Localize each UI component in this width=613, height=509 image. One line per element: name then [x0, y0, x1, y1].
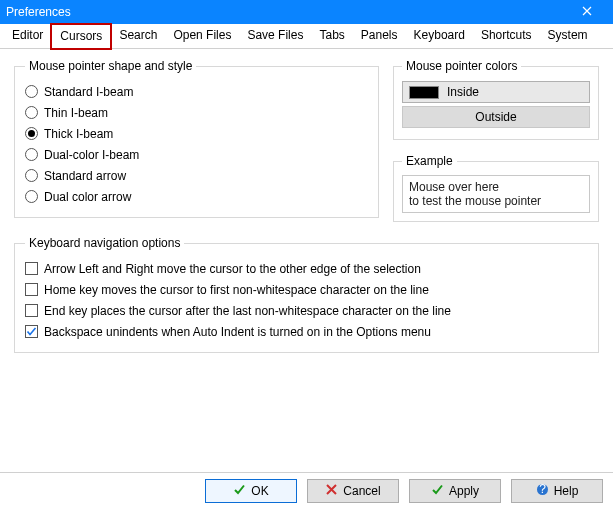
cancel-icon: [325, 483, 338, 499]
checkbox-icon: [25, 325, 38, 338]
help-button[interactable]: ? Help: [511, 479, 603, 503]
tab-editor[interactable]: Editor: [4, 24, 51, 49]
window-title: Preferences: [6, 5, 71, 19]
tab-open-files[interactable]: Open Files: [165, 24, 239, 49]
checkbox-icon: [25, 283, 38, 296]
checkbox-icon: [25, 262, 38, 275]
check-label: Backspace unindents when Auto Indent is …: [44, 325, 431, 339]
tab-shortcuts[interactable]: Shortcuts: [473, 24, 540, 49]
check-icon: [431, 483, 444, 499]
radio-label: Dual color arrow: [44, 190, 131, 204]
button-bar: OK Cancel Apply ? Help: [0, 479, 613, 503]
button-bar-separator: [0, 472, 613, 473]
group-pointer-colors: Mouse pointer colors Inside Outside: [393, 59, 599, 140]
radio-label: Dual-color I-beam: [44, 148, 139, 162]
group-legend: Mouse pointer shape and style: [25, 59, 196, 73]
radio-label: Thin I-beam: [44, 106, 108, 120]
tab-save-files[interactable]: Save Files: [239, 24, 311, 49]
button-label: Help: [554, 484, 579, 498]
tab-label: Open Files: [173, 28, 231, 42]
radio-label: Standard arrow: [44, 169, 126, 183]
cancel-button[interactable]: Cancel: [307, 479, 399, 503]
radio-standard-i-beam[interactable]: Standard I-beam: [25, 81, 368, 102]
check-label: End key places the cursor after the last…: [44, 304, 451, 318]
radio-dual-color-arrow[interactable]: Dual color arrow: [25, 186, 368, 207]
color-label: Inside: [447, 85, 479, 99]
radio-icon: [25, 148, 38, 161]
color-outside[interactable]: Outside: [402, 106, 590, 128]
color-inside[interactable]: Inside: [402, 81, 590, 103]
checkbox-icon: [25, 304, 38, 317]
example-line2: to test the mouse pointer: [409, 194, 583, 208]
radio-icon: [25, 190, 38, 203]
tab-label: Panels: [361, 28, 398, 42]
check-arrow-edges[interactable]: Arrow Left and Right move the cursor to …: [25, 258, 588, 279]
tab-label: Save Files: [247, 28, 303, 42]
radio-thick-i-beam[interactable]: Thick I-beam: [25, 123, 368, 144]
group-pointer-shape: Mouse pointer shape and style Standard I…: [14, 59, 379, 218]
radio-label: Thick I-beam: [44, 127, 113, 141]
group-legend: Keyboard navigation options: [25, 236, 184, 250]
radio-icon: [25, 85, 38, 98]
tab-label: Cursors: [60, 29, 102, 43]
ok-button[interactable]: OK: [205, 479, 297, 503]
check-backspace-unindent[interactable]: Backspace unindents when Auto Indent is …: [25, 321, 588, 342]
window-close-button[interactable]: [567, 0, 607, 24]
help-icon: ?: [536, 483, 549, 499]
close-icon: [582, 5, 592, 19]
example-line1: Mouse over here: [409, 180, 583, 194]
radio-dual-color-i-beam[interactable]: Dual-color I-beam: [25, 144, 368, 165]
tab-label: Editor: [12, 28, 43, 42]
check-home-nonws[interactable]: Home key moves the cursor to first non-w…: [25, 279, 588, 300]
check-icon: [233, 483, 246, 499]
tab-label: System: [548, 28, 588, 42]
radio-thin-i-beam[interactable]: Thin I-beam: [25, 102, 368, 123]
group-legend: Mouse pointer colors: [402, 59, 521, 73]
example-hover-area[interactable]: Mouse over here to test the mouse pointe…: [402, 175, 590, 213]
tab-cursors[interactable]: Cursors: [51, 24, 111, 49]
tab-label: Keyboard: [414, 28, 465, 42]
tab-strip: Editor Cursors Search Open Files Save Fi…: [0, 24, 613, 49]
apply-button[interactable]: Apply: [409, 479, 501, 503]
title-bar: Preferences: [0, 0, 613, 24]
tab-label: Shortcuts: [481, 28, 532, 42]
button-label: Cancel: [343, 484, 380, 498]
group-keyboard-nav: Keyboard navigation options Arrow Left a…: [14, 236, 599, 353]
tab-tabs[interactable]: Tabs: [311, 24, 352, 49]
tab-label: Search: [119, 28, 157, 42]
color-swatch-icon: [409, 86, 439, 99]
tab-search[interactable]: Search: [111, 24, 165, 49]
group-example: Example Mouse over here to test the mous…: [393, 154, 599, 222]
radio-label: Standard I-beam: [44, 85, 133, 99]
radio-standard-arrow[interactable]: Standard arrow: [25, 165, 368, 186]
check-label: Arrow Left and Right move the cursor to …: [44, 262, 421, 276]
check-end-nonws[interactable]: End key places the cursor after the last…: [25, 300, 588, 321]
button-label: OK: [251, 484, 268, 498]
color-label: Outside: [475, 110, 516, 124]
check-label: Home key moves the cursor to first non-w…: [44, 283, 429, 297]
group-legend: Example: [402, 154, 457, 168]
svg-text:?: ?: [539, 483, 546, 496]
tab-label: Tabs: [319, 28, 344, 42]
tab-system[interactable]: System: [540, 24, 596, 49]
tab-keyboard[interactable]: Keyboard: [406, 24, 473, 49]
content-area: Mouse pointer shape and style Standard I…: [0, 49, 613, 353]
radio-icon: [25, 169, 38, 182]
radio-icon: [25, 127, 38, 140]
button-label: Apply: [449, 484, 479, 498]
tab-panels[interactable]: Panels: [353, 24, 406, 49]
radio-icon: [25, 106, 38, 119]
